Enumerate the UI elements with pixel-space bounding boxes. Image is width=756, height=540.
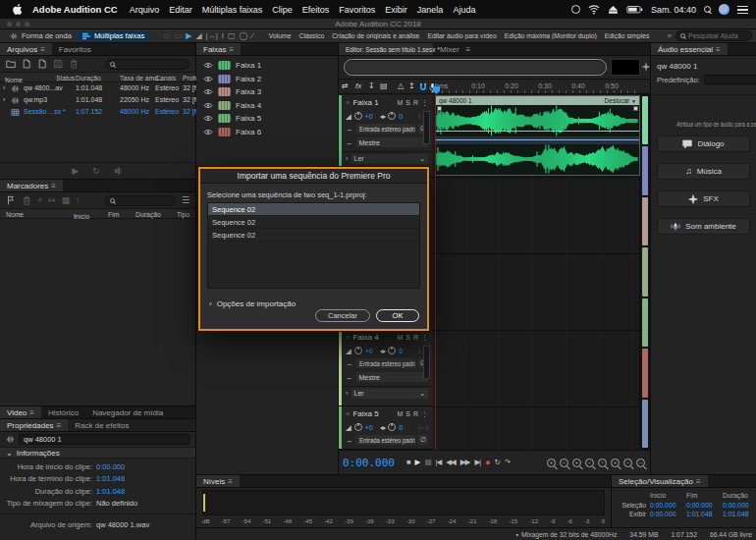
files-search-box[interactable] (105, 59, 189, 70)
arm-record-button[interactable]: R (413, 334, 418, 341)
merge-markers-icon[interactable]: + (37, 196, 42, 205)
help-search-input[interactable] (688, 32, 747, 39)
exibir-fim[interactable]: 1:01.048 (686, 511, 723, 517)
arm-record-button[interactable]: R (413, 410, 418, 417)
metronome-icon[interactable]: △ (398, 82, 404, 90)
exibir-inicio[interactable]: 0:00.000 (650, 511, 686, 517)
files-search-input[interactable] (118, 61, 185, 68)
pan-value[interactable]: 0 (399, 113, 403, 120)
output-selector[interactable]: Mestre› (356, 137, 429, 147)
menu-favoritos[interactable]: Favoritos (339, 5, 375, 15)
input-selector[interactable]: Entrada estéreo padrão› (356, 124, 416, 134)
visibility-eye-icon[interactable] (203, 129, 213, 135)
zoom-in-vertical-button[interactable]: + (611, 459, 620, 467)
menu-clock[interactable]: Sam. 04:40 (651, 5, 696, 15)
arm-record-button[interactable]: R (413, 99, 418, 106)
panel-menu-icon[interactable]: ≡ (29, 408, 34, 417)
fast-forward-button[interactable]: ▶▶ (460, 459, 470, 466)
solo-button[interactable]: S (405, 99, 410, 106)
output-selector[interactable]: Mestre› (356, 372, 429, 382)
track-meter-icon[interactable]: ▤ (380, 82, 388, 90)
notification-center-icon[interactable] (737, 6, 748, 14)
audio-type-button-dialogo[interactable]: Diálogo (657, 135, 750, 152)
audio-type-button-som-ambiente[interactable]: Som ambiente (657, 218, 750, 235)
panel-menu-icon[interactable]: ≡ (51, 182, 56, 190)
more-options-icon[interactable]: ⋮ (421, 334, 428, 342)
selecao-fim[interactable]: 0:00.000 (686, 502, 723, 509)
more-options-icon[interactable]: ⋮ (421, 410, 428, 418)
inactive-tool-1[interactable]: ▭ (163, 32, 171, 40)
pan-knob[interactable] (388, 347, 396, 354)
ok-button[interactable]: OK (376, 309, 419, 322)
navigator-settings-icon[interactable] (641, 62, 651, 72)
slide-mode-icon[interactable]: ⇄ (342, 82, 349, 90)
record-button[interactable]: ● (485, 459, 489, 467)
tab-marcadores[interactable]: Marcadores≡ (0, 180, 63, 191)
informacoes-section-header[interactable]: ⌄Informações (0, 447, 195, 459)
battery-icon[interactable] (626, 3, 643, 16)
go-to-end-button[interactable]: ▶| (474, 459, 480, 466)
track-color-segment[interactable] (642, 349, 648, 397)
tab-editor[interactable]: Editor: Sessão sem título 1.sesx *≡ (339, 43, 433, 55)
volume-value[interactable]: +0 (365, 424, 373, 431)
solo-button[interactable]: S (405, 334, 410, 341)
markers-search-input[interactable] (118, 197, 171, 204)
apple-menu-icon[interactable] (12, 3, 23, 16)
pan-knob[interactable] (388, 423, 396, 431)
track-color-segment[interactable] (642, 146, 648, 194)
disclosure-icon[interactable]: › (3, 84, 5, 91)
track-color-segment[interactable] (642, 400, 648, 448)
track-color-segment[interactable] (642, 197, 648, 245)
input-selector[interactable]: Entrada estéreo padrão› (356, 358, 416, 368)
tab-navegador-midia[interactable]: Navegador de mídia (85, 406, 170, 418)
mute-button[interactable]: M (397, 410, 403, 417)
cancel-button[interactable]: Cancelar (315, 309, 370, 322)
tab-propriedades[interactable]: Propriedades≡ (0, 419, 68, 431)
tab-historico[interactable]: Histórico (41, 406, 85, 418)
track-list-item[interactable]: Faixa 4 (196, 99, 338, 113)
marquee-selection-tool[interactable]: ▢ (228, 32, 236, 40)
tab-favoritos[interactable]: Favoritos (52, 43, 98, 55)
fade-out-handle[interactable] (633, 106, 638, 111)
preview-speaker-icon[interactable] (114, 166, 124, 176)
stop-button[interactable]: ■ (406, 459, 410, 466)
automation-disclosure-icon[interactable]: › (346, 389, 349, 398)
automation-mode-selector[interactable]: Ler⌄ (351, 389, 429, 399)
audio-type-button-sfx[interactable]: SFX (657, 190, 750, 207)
automation-mode-selector[interactable]: Ler⌄ (351, 154, 429, 164)
siri-icon[interactable] (719, 4, 729, 15)
volume-envelope-line[interactable] (436, 131, 639, 132)
track-list-item[interactable]: Faixa 2 (196, 73, 338, 86)
track-list-item[interactable]: Faixa 5 (196, 112, 338, 126)
menu-multiplas-faixas[interactable]: Múltiplas faixas (202, 5, 263, 15)
monitor-input-icon[interactable]: ↥ (408, 82, 415, 90)
tab-audio-essencial[interactable]: Áudio essencial≡ (651, 43, 728, 55)
fade-in-handle[interactable] (437, 106, 442, 111)
import-file-icon[interactable] (22, 59, 31, 69)
menu-efeitos[interactable]: Efeitos (302, 5, 330, 15)
file-row[interactable]: › qw.mp3 1:01.048 22050 Hz Estéreo 32 [f… (0, 94, 195, 106)
minimize-window-icon[interactable] (16, 22, 21, 27)
clip-waveform-area[interactable] (436, 105, 639, 175)
track-color-segment[interactable] (642, 298, 648, 347)
visibility-eye-icon[interactable] (203, 102, 213, 109)
maximize-window-icon[interactable] (25, 22, 29, 27)
file-row-session[interactable]: Sessão ...sx * 1:07.152 48000 Hz Estéreo… (0, 106, 195, 118)
exibir-duracao[interactable]: 1:01.048 (723, 511, 756, 517)
volume-knob[interactable] (354, 347, 362, 354)
insert-marker-icon[interactable]: ↦ (48, 196, 56, 205)
save-icon[interactable] (53, 59, 63, 69)
zoom-out-vertical-button[interactable]: − (623, 459, 632, 467)
mute-button[interactable]: M (397, 99, 403, 106)
zoom-out-button[interactable]: − (560, 459, 568, 467)
import-markers-icon[interactable]: ↑ (76, 196, 81, 205)
menu-exibir[interactable]: Exibir (385, 5, 407, 15)
visibility-eye-icon[interactable] (203, 88, 213, 95)
col-canais[interactable]: Canais (155, 75, 176, 81)
app-menu-title[interactable]: Adobe Audition CC (32, 4, 118, 15)
zoom-in-time-button[interactable]: + (572, 459, 581, 467)
help-search-box[interactable] (675, 30, 752, 41)
workspace-tab-criacao-de-originais-e-analise[interactable]: Criação de originais e análise (328, 32, 423, 39)
pause-button[interactable]: ▮▮ (424, 459, 430, 466)
sequence-list[interactable]: Sequence 02Sequence 02Sequence 02 (207, 202, 420, 289)
